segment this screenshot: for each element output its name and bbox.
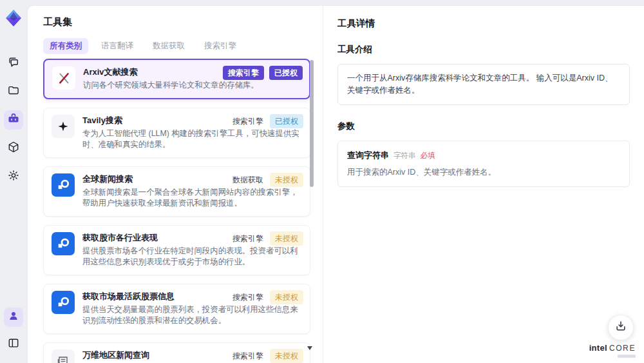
cube-icon	[7, 141, 20, 156]
tool-card-global-news[interactable]: 全球新闻搜索 全球新闻搜索是一个聚合全球各大新闻网站内容的搜索引擎，帮助用户快速…	[43, 166, 310, 217]
download-button[interactable]	[608, 315, 634, 340]
status-badge: 未授权	[270, 231, 303, 246]
status-badge: 未授权	[270, 290, 303, 304]
panel-toggle-icon	[7, 337, 20, 352]
arxiv-icon	[52, 66, 75, 90]
badges: 搜索引擎 未授权	[231, 349, 303, 363]
status-badge: 未授权	[270, 349, 303, 363]
tab-data-fetch[interactable]: 数据获取	[146, 38, 191, 54]
parameter-name: 查询字符串	[347, 150, 389, 161]
tool-description: 访问各个研究领域大量科学论文和文章的存储库。	[83, 80, 301, 91]
content-frame: 工具集 所有类别 语言翻译 数据获取 搜索引擎 A	[27, 5, 644, 363]
news-search-icon	[52, 173, 75, 197]
tool-description: 专为人工智能代理 (LLM) 构建的搜索引擎工具，可快速提供实时、准确和真实的结…	[82, 128, 302, 150]
sidebar-item-chat[interactable]	[4, 54, 23, 73]
status-badge: 已授权	[270, 114, 303, 128]
tool-list: Arxiv文献搜索 访问各个研究领域大量科学论文和文章的存储库。 搜索引擎 已授…	[43, 59, 310, 363]
tool-card-regional-news[interactable]: 万维地区新闻查询 查询具体行政区划内的新闻，快速了解各地新闻动 搜索引擎 未授权	[43, 342, 310, 363]
tab-translation[interactable]: 语言翻译	[95, 38, 140, 54]
folder-icon	[7, 84, 20, 99]
badges: 搜索引擎 已授权	[231, 114, 303, 128]
category-badge: 搜索引擎	[231, 114, 265, 128]
page-title: 工具集	[43, 16, 72, 28]
category-badge: 搜索引擎	[231, 290, 265, 304]
badges: 数据获取 未授权	[231, 173, 303, 187]
chat-icon	[7, 55, 20, 71]
intel-core-logo: intel core	[589, 343, 636, 353]
category-tabs: 所有类别 语言翻译 数据获取 搜索引擎	[43, 38, 243, 54]
params-heading: 参数	[337, 121, 630, 132]
tool-card-most-active-stocks[interactable]: 获取市场最活跃股票信息 提供当天交易量最高的股票列表，投资者可以利用这些信息来识…	[43, 284, 310, 334]
badges: 搜索引擎 未授权	[231, 290, 303, 304]
tools-list-panel: 工具集 所有类别 语言翻译 数据获取 搜索引擎 A	[28, 6, 323, 363]
intro-text-box: 一个用于从Arxiv存储库搜索科学论文和文章的工具。 输入可以是Arxiv ID…	[337, 64, 630, 105]
settings-icon	[7, 169, 20, 184]
tool-card-tavily[interactable]: Tavily搜索 专为人工智能代理 (LLM) 构建的搜索引擎工具，可快速提供实…	[43, 108, 310, 158]
parameter-card: 查询字符串 字符串 必填 用于搜索的Arxiv ID、关键字或作者姓名。	[337, 141, 630, 187]
tab-all-categories[interactable]: 所有类别	[43, 38, 88, 54]
tool-description: 提供股票市场各个行业在特定时间段内的表现。投资者可以利用这些信息来识别表现优于或…	[82, 246, 302, 268]
sidebar-item-files[interactable]	[4, 82, 23, 101]
toolbox-icon	[7, 112, 20, 128]
app-logo-icon	[4, 8, 23, 28]
list-scrollbar-thumb[interactable]	[310, 60, 314, 187]
sidebar-item-tools[interactable]	[4, 110, 23, 130]
status-badge: 已授权	[269, 66, 303, 80]
left-rail	[0, 0, 27, 363]
sidebar-item-settings[interactable]	[4, 167, 23, 186]
tool-card-sector-performance[interactable]: 获取股市各行业表现 提供股票市场各个行业在特定时间段内的表现。投资者可以利用这些…	[43, 225, 310, 275]
badges: 搜索引擎 已授权	[223, 66, 303, 80]
download-icon	[614, 320, 627, 335]
newspaper-icon	[52, 349, 75, 363]
badges: 搜索引擎 未授权	[231, 231, 303, 246]
sparkle-icon	[52, 115, 75, 138]
intel-logo-sub-badge	[618, 355, 636, 358]
sidebar-item-collapse[interactable]	[4, 335, 23, 354]
category-badge: 数据获取	[231, 173, 265, 187]
tool-detail-panel: 工具详情 工具介绍 一个用于从Arxiv存储库搜索科学论文和文章的工具。 输入可…	[323, 6, 644, 363]
category-badge: 搜索引擎	[231, 231, 265, 246]
parameter-description: 用于搜索的Arxiv ID、关键字或作者姓名。	[347, 167, 620, 178]
core-wordmark: core	[609, 344, 636, 353]
category-badge: 搜索引擎	[223, 66, 264, 80]
parameter-type: 字符串	[393, 151, 416, 161]
tool-description: 提供当天交易量最高的股票列表，投资者可以利用这些信息来识别流动性强的股票和潜在的…	[82, 304, 302, 326]
category-badge: 搜索引擎	[231, 349, 265, 363]
sidebar-item-packages[interactable]	[4, 139, 23, 158]
scroll-down-arrow[interactable]	[307, 346, 312, 350]
detail-title: 工具详情	[337, 17, 630, 30]
user-icon	[8, 310, 19, 324]
sidebar-item-account[interactable]	[4, 308, 23, 327]
news-search-icon	[52, 232, 75, 255]
intel-wordmark: intel	[589, 343, 607, 353]
tool-description: 全球新闻搜索是一个聚合全球各大新闻网站内容的搜索引擎，帮助用户快速获取全球最新资…	[82, 187, 302, 209]
app-window: 工具集 所有类别 语言翻译 数据获取 搜索引擎 A	[0, 0, 644, 363]
tool-card-arxiv[interactable]: Arxiv文献搜索 访问各个研究领域大量科学论文和文章的存储库。 搜索引擎 已授…	[43, 59, 310, 99]
parameter-header: 查询字符串 字符串 必填	[347, 150, 620, 161]
tab-search-engine[interactable]: 搜索引擎	[198, 38, 243, 54]
parameter-required-flag: 必填	[421, 151, 435, 161]
news-search-icon	[52, 291, 75, 314]
status-badge: 未授权	[270, 173, 303, 187]
intro-heading: 工具介绍	[337, 44, 630, 55]
